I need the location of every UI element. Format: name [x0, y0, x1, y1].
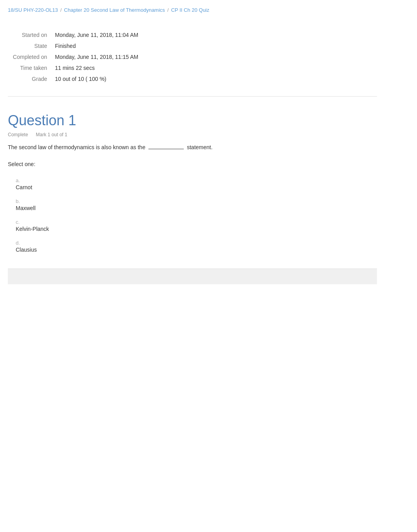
options-list: a.Carnotb.Maxwellc.Kelvin-Planckd.Clausi…	[8, 174, 377, 257]
question-mark: Mark 1 out of 1	[36, 132, 67, 137]
summary-value: Finished	[55, 40, 150, 51]
option-value: Kelvin-Planck	[16, 226, 377, 232]
option-letter: a.	[16, 177, 377, 183]
breadcrumb: 18/SU PHY-220-OL13 / Chapter 20 Second L…	[0, 0, 417, 18]
option-item[interactable]: a.Carnot	[8, 174, 377, 194]
summary-value: Monday, June 11, 2018, 11:04 AM	[55, 29, 150, 40]
summary-label: Grade	[8, 73, 55, 84]
summary-table: Started onMonday, June 11, 2018, 11:04 A…	[8, 29, 150, 84]
question-text: The second law of thermodynamics is also…	[8, 143, 377, 152]
main-content: Started onMonday, June 11, 2018, 11:04 A…	[0, 18, 385, 292]
option-item[interactable]: c.Kelvin-Planck	[8, 215, 377, 236]
summary-row: Started onMonday, June 11, 2018, 11:04 A…	[8, 29, 150, 40]
breadcrumb-link-1[interactable]: 18/SU PHY-220-OL13	[8, 7, 58, 13]
option-item[interactable]: d.Clausius	[8, 236, 377, 257]
option-value: Maxwell	[16, 205, 377, 211]
question-text-before: The second law of thermodynamics is also…	[8, 144, 145, 150]
breadcrumb-link-2[interactable]: Chapter 20 Second Law of Thermodynamics	[64, 7, 165, 13]
summary-label: Started on	[8, 29, 55, 40]
question-blank	[148, 149, 184, 149]
question-text-after: statement.	[187, 144, 212, 150]
summary-label: State	[8, 40, 55, 51]
question-meta: Complete Mark 1 out of 1	[8, 132, 377, 137]
option-value: Clausius	[16, 247, 377, 253]
option-item[interactable]: b.Maxwell	[8, 194, 377, 215]
option-letter: c.	[16, 219, 377, 225]
summary-value: 11 mins 22 secs	[55, 62, 150, 73]
breadcrumb-link-3[interactable]: CP II Ch 20 Quiz	[171, 7, 209, 13]
option-letter: d.	[16, 240, 377, 246]
select-one-label: Select one:	[8, 161, 377, 167]
summary-row: Grade10 out of 10 ( 100 %)	[8, 73, 150, 84]
question-footer	[8, 269, 377, 284]
summary-row: Time taken11 mins 22 secs	[8, 62, 150, 73]
summary-value: 10 out of 10 ( 100 %)	[55, 73, 150, 84]
summary-label: Completed on	[8, 51, 55, 62]
summary-value: Monday, June 11, 2018, 11:15 AM	[55, 51, 150, 62]
summary-row: StateFinished	[8, 40, 150, 51]
section-divider	[8, 96, 377, 97]
option-value: Carnot	[16, 184, 377, 190]
option-letter: b.	[16, 198, 377, 204]
summary-row: Completed onMonday, June 11, 2018, 11:15…	[8, 51, 150, 62]
question-status: Complete	[8, 132, 28, 137]
breadcrumb-separator-2: /	[167, 7, 169, 13]
question-title: Question 1	[8, 112, 377, 129]
breadcrumb-separator-1: /	[60, 7, 62, 13]
summary-label: Time taken	[8, 62, 55, 73]
